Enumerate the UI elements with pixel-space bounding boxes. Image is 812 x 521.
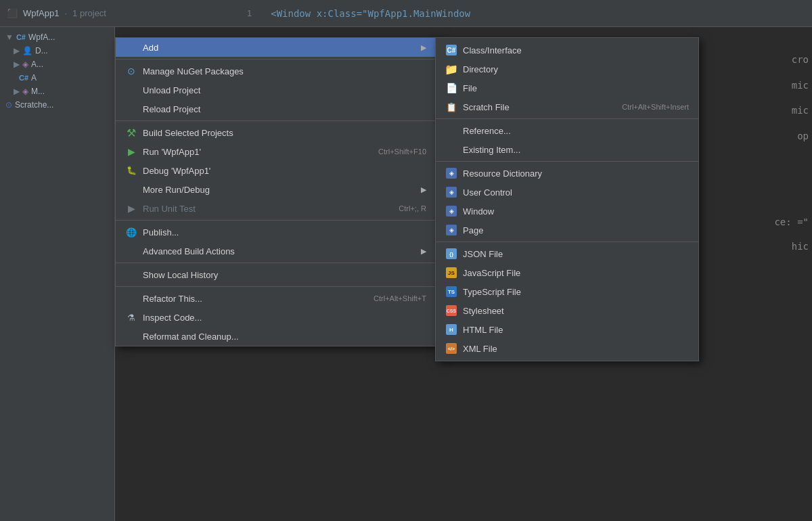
run-unit-shortcut: Ctrl+;, R: [399, 204, 426, 212]
dot-separator: ·: [64, 8, 67, 18]
existing-label: Existing Item...: [463, 145, 689, 155]
reload-label: Reload Project: [143, 104, 426, 114]
item-label-scratch: Scratche...: [15, 100, 53, 110]
menu-item-file[interactable]: 📄 File: [436, 78, 698, 97]
expand-arrow: ▶: [14, 46, 20, 55]
expand-arrow2: ▶: [14, 60, 20, 69]
menu-item-page[interactable]: ◈ Page: [436, 221, 698, 240]
menu-item-unload[interactable]: Unload Project: [116, 81, 436, 99]
menu-item-html[interactable]: H HTML File: [436, 320, 698, 339]
separator-4: [116, 263, 436, 263]
scratch-icon: ⊙: [5, 100, 12, 110]
scratch-file-icon: 📋: [445, 101, 457, 113]
sidebar-item-d[interactable]: ▶ 👤 D...: [0, 44, 114, 58]
sidebar-item-m[interactable]: ▶ ◈ M...: [0, 85, 114, 98]
sidebar-item-a1[interactable]: ▶ ◈ A...: [0, 58, 114, 71]
top-bar: ⬛ WpfApp1 · 1 project 1 <Window x:Class=…: [0, 0, 812, 27]
file-icon: 📄: [445, 82, 457, 94]
more-run-icon: [125, 183, 137, 196]
menu-item-existing[interactable]: Existing Item...: [436, 140, 698, 159]
run-unit-label: Run Unit Test: [143, 204, 393, 214]
reformat-icon: [125, 330, 137, 342]
resource-dict-icon: ◈: [445, 167, 457, 179]
menu-item-nuget[interactable]: ⊙ Manage NuGet Packages: [116, 62, 436, 81]
menu-item-debug[interactable]: 🐛 Debug 'WpfApp1': [116, 161, 436, 180]
debug-label: Debug 'WpfApp1': [143, 166, 426, 176]
menu-item-stylesheet[interactable]: CSS Stylesheet: [436, 301, 698, 320]
sidebar: ▼ C# WpfA... ▶ 👤 D... ▶ ◈ A... C# A ▶ ◈ …: [0, 27, 115, 521]
refactor-icon: [125, 292, 137, 304]
xml-label: XML File: [463, 344, 689, 354]
sidebar-item-a2[interactable]: C# A: [0, 71, 114, 85]
publish-label: Publish...: [143, 227, 426, 237]
advanced-build-label: Advanced Build Actions: [143, 246, 415, 256]
project-count: 1 project: [72, 8, 106, 18]
right-edge-op: op: [797, 131, 809, 141]
menu-item-more-run[interactable]: More Run/Debug ▶: [116, 180, 436, 199]
more-run-label: More Run/Debug: [143, 185, 415, 195]
menu-item-xml[interactable]: </> XML File: [436, 339, 698, 358]
run-shortcut: Ctrl+Shift+F10: [378, 148, 426, 156]
sidebar-item-scratche[interactable]: ⊙ Scratche...: [0, 98, 114, 112]
menu-item-run[interactable]: ▶ Run 'WpfApp1' Ctrl+Shift+F10: [116, 142, 436, 161]
stylesheet-icon: CSS: [445, 304, 457, 317]
inspect-icon: ⚗: [125, 311, 137, 323]
unload-icon: [125, 84, 137, 96]
run-unit-icon: ▶: [125, 202, 137, 214]
advanced-build-arrow: ▶: [421, 247, 426, 256]
xml-icon: </>: [445, 342, 457, 355]
class-label: Class/Interface: [463, 45, 689, 55]
directory-icon: 📁: [445, 63, 457, 75]
right-edge-mic: mic: [792, 80, 809, 91]
html-icon: H: [445, 323, 457, 336]
unload-label: Unload Project: [143, 85, 426, 95]
expand-icon: ▼: [5, 32, 14, 42]
menu-item-user-control[interactable]: ◈ User Control: [436, 183, 698, 202]
class-icon: C#: [445, 44, 457, 56]
more-run-arrow: ▶: [421, 185, 426, 194]
folder-icon: 👤: [22, 46, 32, 55]
menu-item-reload[interactable]: Reload Project: [116, 99, 436, 118]
menu-item-json[interactable]: {} JSON File: [436, 244, 698, 263]
show-history-icon: [125, 269, 137, 281]
window-label: Window: [463, 206, 689, 217]
sidebar-item-project[interactable]: ▼ C# WpfA...: [0, 30, 114, 44]
run-icon: ▶: [125, 145, 137, 158]
json-icon: {}: [445, 248, 457, 260]
menu-item-refactor[interactable]: Refactor This... Ctrl+Alt+Shift+T: [116, 289, 436, 308]
page-icon: ◈: [445, 224, 457, 236]
menu-item-publish[interactable]: 🌐 Publish...: [116, 223, 436, 242]
separator-r1: [436, 118, 698, 119]
json-label: JSON File: [463, 249, 689, 259]
menu-item-add[interactable]: Add ▶: [116, 38, 436, 57]
menu-item-typescript[interactable]: TS TypeScript File: [436, 282, 698, 301]
project-title: WpfApp1: [23, 8, 59, 18]
run-label: Run 'WpfApp1': [143, 147, 373, 157]
separator-r3: [436, 242, 698, 242]
separator-3: [116, 220, 436, 221]
refactor-shortcut: Ctrl+Alt+Shift+T: [374, 294, 426, 302]
menu-item-show-history[interactable]: Show Local History: [116, 265, 436, 284]
reference-label: Reference...: [463, 126, 689, 136]
menu-item-build[interactable]: ⚒ Build Selected Projects: [116, 123, 436, 142]
javascript-label: JavaScript File: [463, 268, 689, 278]
advanced-build-icon: [125, 245, 137, 257]
menu-item-reference[interactable]: Reference...: [436, 121, 698, 140]
menu-item-window[interactable]: ◈ Window: [436, 202, 698, 221]
menu-item-javascript[interactable]: JS JavaScript File: [436, 263, 698, 282]
menu-item-resource-dict[interactable]: ◈ Resource Dictionary: [436, 164, 698, 183]
separator-2: [116, 120, 436, 121]
html-label: HTML File: [463, 325, 689, 335]
nuget-label: Manage NuGet Packages: [143, 66, 426, 76]
menu-item-directory[interactable]: 📁 Directory: [436, 60, 698, 78]
directory-label: Directory: [463, 64, 689, 74]
menu-item-reformat[interactable]: Reformat and Cleanup...: [116, 327, 436, 346]
menu-item-inspect[interactable]: ⚗ Inspect Code...: [116, 308, 436, 327]
user-control-icon: ◈: [445, 186, 457, 198]
show-history-label: Show Local History: [143, 270, 426, 280]
menu-item-advanced-build[interactable]: Advanced Build Actions ▶: [116, 242, 436, 260]
item-label-d: D...: [35, 46, 48, 55]
menu-item-scratch[interactable]: 📋 Scratch File Ctrl+Alt+Shift+Insert: [436, 97, 698, 116]
menu-item-class[interactable]: C# Class/Interface: [436, 41, 698, 60]
reload-icon: [125, 103, 137, 115]
